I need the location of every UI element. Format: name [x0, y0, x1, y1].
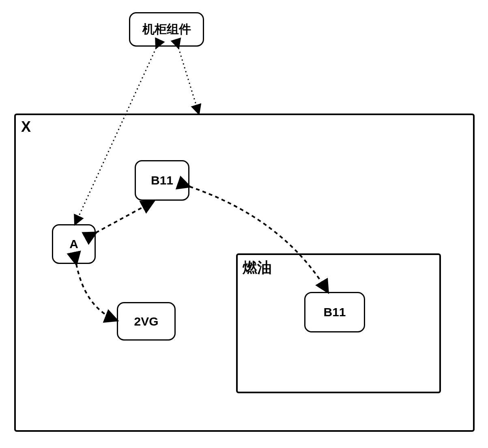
diagram-canvas: X 机柜组件 B11 A 2VG 燃油 B11: [0, 0, 488, 448]
edge-cabinet-x: [178, 48, 199, 114]
node-b11-inner: B11: [304, 292, 365, 332]
container-x-label: X: [21, 118, 31, 135]
node-2vg: 2VG: [117, 302, 176, 341]
node-b11-inner-label: B11: [323, 305, 346, 319]
node-b11-top: B11: [135, 160, 189, 201]
node-a: A: [52, 224, 96, 264]
container-fuel-label: 燃油: [243, 258, 272, 278]
node-cabinet-label: 机柜组件: [142, 21, 191, 38]
node-a-label: A: [69, 237, 78, 251]
node-cabinet: 机柜组件: [129, 12, 204, 47]
node-b11-top-label: B11: [151, 174, 173, 187]
node-2vg-label: 2VG: [134, 315, 158, 328]
